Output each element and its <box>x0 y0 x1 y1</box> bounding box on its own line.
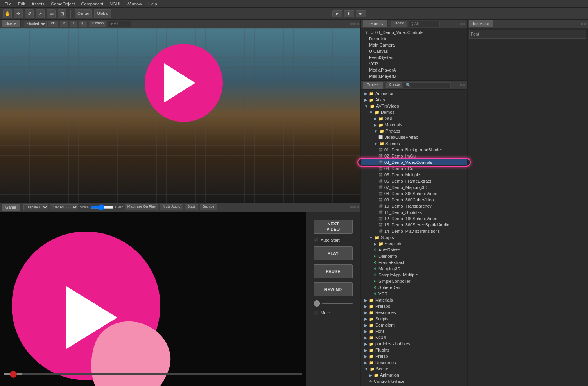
proj-scene-03[interactable]: 🎬03_Demo_VideoControls <box>361 159 467 165</box>
mute-audio-btn[interactable]: Mute Audio <box>160 204 183 210</box>
proj-particles[interactable]: ▶📁particles - bubbles <box>361 341 467 347</box>
proj-gui[interactable]: ▶📁GUI <box>361 115 467 122</box>
resolution-dropdown[interactable]: 1920×1080 <box>50 204 78 210</box>
menu-file[interactable]: File <box>2 0 15 7</box>
step-btn[interactable]: ⏭ <box>356 10 366 17</box>
hier-uicanvas[interactable]: UICanvas <box>361 48 467 54</box>
video-progress-bar[interactable] <box>4 373 302 375</box>
auto-start-checkbox[interactable] <box>314 238 318 242</box>
proj-font[interactable]: ▶📁Font <box>361 328 467 334</box>
hier-demoinfo[interactable]: DemoInfo <box>361 36 467 42</box>
hier-scene-root[interactable]: ▼ ⊙ 03_Demo_VideoControls <box>361 29 467 36</box>
proj-atlas[interactable]: ▶📁Atlas <box>361 97 467 103</box>
volume-slider-track[interactable] <box>322 303 353 304</box>
inspector-tab[interactable]: Inspector <box>469 20 493 27</box>
proj-vcr-script[interactable]: ⚙VCR <box>361 291 467 297</box>
proj-scene-06[interactable]: 🎬06_Demo_FrameExtract <box>361 178 467 184</box>
hand-tool-btn[interactable]: ✋ <box>3 9 12 18</box>
proj-demoinfo-script[interactable]: ⚙DemoInfo <box>361 253 467 259</box>
play-video-btn[interactable]: PLAY <box>314 246 353 260</box>
rect-tool-btn[interactable]: ▭ <box>47 9 56 18</box>
proj-ngui[interactable]: ▶📁NGUI <box>361 334 467 341</box>
proj-prefabs-sub[interactable]: ▼📁Prefabs <box>361 128 467 134</box>
proj-scene-10[interactable]: 🎬10_Demo_Transparency <box>361 203 467 209</box>
proj-videocubeprefab[interactable]: ⬜VideoCubePrefab <box>361 134 467 140</box>
proj-autorotate[interactable]: ⚙AutoRotate <box>361 247 467 253</box>
menu-assets[interactable]: Assets <box>29 0 48 7</box>
proj-spheredemo[interactable]: ⚙SphereDem <box>361 284 467 291</box>
proj-animation[interactable]: ▶📁Animation <box>361 90 467 97</box>
proj-frameextract[interactable]: ⚙FrameExtract <box>361 259 467 266</box>
pause-video-btn[interactable]: PAUSE <box>314 264 353 278</box>
scene-viewport[interactable] <box>0 28 360 203</box>
proj-scene-13[interactable]: 🎬13_Demo_360StereoSpatialAudio <box>361 222 467 228</box>
proj-scriptlets[interactable]: ▶📁Scriptlets <box>361 241 467 247</box>
proj-sampleapp[interactable]: ⚙SampleApp_Multiple <box>361 272 467 278</box>
proj-avprovideo[interactable]: ▼📁AVProVideo <box>361 103 467 109</box>
project-create-btn[interactable]: Create <box>386 82 402 88</box>
proj-scene-08[interactable]: 🎬08_Demo_360SphereVideo <box>361 190 467 197</box>
proj-scene-09[interactable]: 🎬09_Demo_360CubeVideo <box>361 197 467 203</box>
proj-scene-animation[interactable]: ▶📁Animation <box>361 372 467 378</box>
rewind-video-btn[interactable]: REWIND <box>314 282 353 296</box>
shaded-dropdown[interactable]: Shaded <box>24 21 47 27</box>
proj-lesson1[interactable]: ⊙Lesson1 <box>361 384 467 386</box>
scale-slider[interactable] <box>90 205 114 209</box>
hier-mediaplayera[interactable]: MediaPlayerA <box>361 67 467 73</box>
scene-search[interactable] <box>108 21 131 27</box>
play-btn[interactable]: ▶ <box>332 10 342 17</box>
proj-scene-folder[interactable]: ▼📁Scene <box>361 366 467 372</box>
proj-demos[interactable]: ▼📁Demos <box>361 109 467 115</box>
proj-prefabs2[interactable]: ▶📁Prefabs <box>361 303 467 309</box>
effects-btn[interactable]: ⊞ <box>79 21 87 27</box>
hierarchy-search[interactable] <box>409 21 440 27</box>
hierarchy-tab[interactable]: Hierarchy <box>363 20 388 27</box>
proj-materials[interactable]: ▶📁Materials <box>361 122 467 128</box>
menu-edit[interactable]: Edit <box>15 0 29 7</box>
hierarchy-create-btn[interactable]: Create <box>391 21 407 27</box>
proj-scene-05[interactable]: 🎬05_Demo_Multiple <box>361 172 467 178</box>
proj-scene-02[interactable]: 🎬02_Demo_imGui <box>361 153 467 159</box>
video-progress-thumb[interactable] <box>10 371 17 378</box>
proj-scenes[interactable]: ▼📁Scenes <box>361 140 467 147</box>
menu-component[interactable]: Component <box>78 0 106 7</box>
volume-slider-thumb[interactable] <box>314 300 320 307</box>
transform-tool-btn[interactable]: ⊡ <box>58 9 66 18</box>
proj-demigiant[interactable]: ▶📁Demigiant <box>361 322 467 328</box>
proj-scripts2[interactable]: ▶📁Scripts <box>361 316 467 322</box>
proj-scene-07[interactable]: 🎬07_Demo_Mapping3D <box>361 184 467 190</box>
game-viewport[interactable]: NEXT VIDEO Auto Start PLAY PAUSE REWIND <box>0 212 360 386</box>
pause-btn[interactable]: ⏸ <box>344 10 354 17</box>
hier-mediaplayerb[interactable]: MediaPlayerB <box>361 73 467 79</box>
proj-scene-12[interactable]: 🎬12_Demo_180SphereVideo <box>361 215 467 222</box>
center-btn[interactable]: Center <box>75 9 92 18</box>
proj-resources2[interactable]: ▶📁Resources <box>361 359 467 366</box>
proj-scene-11[interactable]: 🎬11_Demo_Subtitles <box>361 209 467 215</box>
hier-eventsystem[interactable]: EventSystem <box>361 54 467 61</box>
menu-help[interactable]: Help <box>145 0 160 7</box>
scale-tool-btn[interactable]: ⤢ <box>36 9 45 18</box>
proj-simplecontroller[interactable]: ⚙SimpleController <box>361 278 467 284</box>
proj-mapping3d[interactable]: ⚙Mapping3D <box>361 266 467 272</box>
proj-prefab2[interactable]: ▶📁Prefab <box>361 353 467 359</box>
hier-main-camera[interactable]: Main Camera <box>361 42 467 48</box>
light-btn[interactable]: ☀ <box>60 21 68 27</box>
game-tab[interactable]: Game <box>2 204 20 211</box>
gizmos-game-btn[interactable]: Gizmos <box>200 204 217 210</box>
2d-btn[interactable]: 2D <box>48 21 58 27</box>
rotate-tool-btn[interactable]: ↺ <box>25 9 34 18</box>
move-tool-btn[interactable]: ✛ <box>14 9 23 18</box>
proj-scripts-sub[interactable]: ▼📁Scripts <box>361 234 467 241</box>
proj-controlinterface[interactable]: ⊙ControlInterface <box>361 378 467 384</box>
gizmos-scene-btn[interactable]: Gizmos <box>89 21 106 27</box>
proj-materials2[interactable]: ▶📁Materials <box>361 297 467 303</box>
audio-btn[interactable]: ♪ <box>70 21 77 27</box>
project-search[interactable] <box>404 82 451 88</box>
next-video-btn[interactable]: NEXT VIDEO <box>314 220 353 234</box>
stats-btn[interactable]: Stats <box>185 204 198 210</box>
proj-resources[interactable]: ▶📁Resources <box>361 309 467 316</box>
hier-vcr[interactable]: VCR <box>361 61 467 67</box>
display-dropdown[interactable]: Display 1 <box>23 204 48 210</box>
proj-plugins[interactable]: ▶📁Plugins <box>361 347 467 353</box>
maximize-btn[interactable]: Maximize On Play <box>125 204 159 210</box>
